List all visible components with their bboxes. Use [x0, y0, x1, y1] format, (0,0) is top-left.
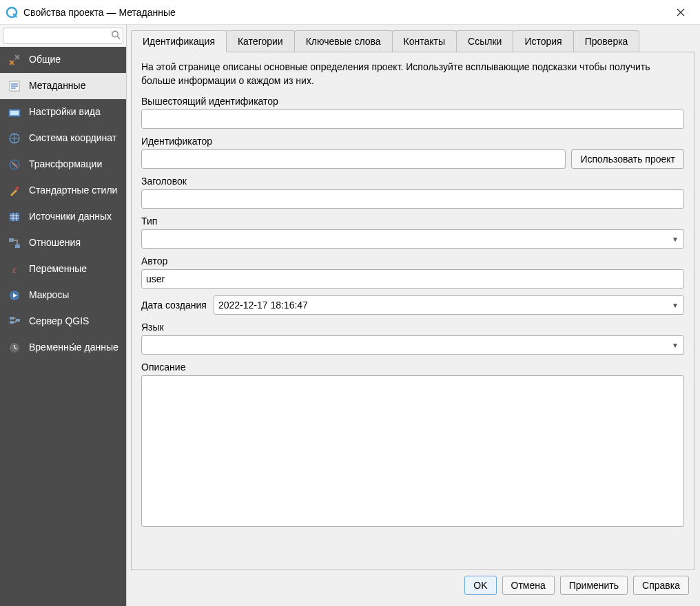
sidebar-item-temporal[interactable]: Временны́е данные	[0, 335, 126, 361]
sidebar-item-viewsettings[interactable]: Настройки вида	[0, 99, 126, 125]
sidebar-item-label: Временны́е данные	[29, 342, 119, 354]
identifier-input[interactable]	[141, 149, 566, 169]
sidebar-item-label: Общие	[29, 54, 119, 66]
window-title: Свойства проекта — Метаданные	[23, 7, 667, 18]
title-label: Заголовок	[141, 176, 684, 187]
general-icon	[7, 52, 22, 67]
tab[interactable]: Идентификация	[131, 30, 227, 52]
title-input[interactable]	[141, 189, 684, 209]
svg-point-1	[112, 31, 118, 36]
macros-icon	[7, 288, 22, 303]
crs-icon	[7, 131, 22, 146]
svg-rect-8	[10, 213, 19, 221]
parent-id-input[interactable]	[141, 109, 684, 129]
main-area: ИдентификацияКатегорииКлючевые словаКонт…	[126, 25, 700, 606]
dialog-footer: OK Отмена Применить Справка	[131, 570, 694, 600]
sidebar-item-label: Макросы	[29, 289, 119, 302]
author-label: Автор	[141, 255, 684, 267]
sidebar-item-label: Система координат	[29, 132, 119, 145]
tab-panel-identification: На этой странице описаны основные опреде…	[131, 52, 694, 570]
author-input[interactable]	[141, 269, 684, 289]
sidebar-item-label: Сервер QGIS	[29, 315, 119, 328]
server-icon	[7, 314, 22, 329]
apply-button[interactable]: Применить	[560, 576, 628, 595]
sidebar-item-variables[interactable]: εПеременные	[0, 256, 126, 282]
ok-button[interactable]: OK	[464, 576, 496, 595]
svg-rect-9	[9, 238, 14, 242]
cancel-button[interactable]: Отмена	[502, 576, 555, 595]
svg-rect-4	[10, 111, 19, 115]
sidebar-item-macros[interactable]: Макросы	[0, 282, 126, 309]
svg-rect-14	[10, 321, 14, 324]
relations-icon	[7, 236, 22, 251]
sidebar: ОбщиеМетаданныеНастройки видаСистема коо…	[0, 25, 126, 606]
tab[interactable]: Контакты	[392, 30, 457, 52]
sidebar-item-label: Настройки вида	[29, 106, 119, 118]
tab-bar: ИдентификацияКатегорииКлючевые словаКонт…	[131, 30, 694, 52]
svg-rect-7	[15, 186, 19, 190]
type-combo[interactable]	[141, 229, 684, 249]
sidebar-item-label: Отношения	[29, 237, 119, 249]
tab[interactable]: История	[513, 30, 573, 52]
sidebar-item-label: Источники данных	[29, 211, 119, 223]
help-button[interactable]: Справка	[633, 576, 689, 595]
styles-icon	[7, 183, 22, 198]
titlebar: Свойства проекта — Метаданные	[0, 0, 700, 25]
svg-rect-13	[10, 317, 14, 320]
svg-rect-15	[16, 319, 20, 322]
parent-id-label: Вышестоящий идентификатор	[141, 96, 684, 107]
use-project-button[interactable]: Использовать проект	[571, 149, 684, 169]
sidebar-item-label: Стандартные стили	[29, 185, 119, 197]
tab[interactable]: Проверка	[573, 30, 640, 52]
sidebar-item-relations[interactable]: Отношения	[0, 230, 126, 256]
sidebar-item-label: Метаданные	[29, 80, 119, 92]
tab[interactable]: Категории	[226, 30, 295, 52]
sidebar-item-datasources[interactable]: Источники данных	[0, 204, 126, 230]
description-label: Описание	[141, 362, 684, 373]
sidebar-item-server[interactable]: Сервер QGIS	[0, 309, 126, 335]
sidebar-item-transform[interactable]: Трансформации	[0, 152, 126, 178]
tab[interactable]: Ссылки	[456, 30, 513, 52]
close-icon[interactable]	[667, 0, 694, 25]
search-input[interactable]	[3, 28, 123, 44]
sidebar-item-crs[interactable]: Система координат	[0, 125, 126, 152]
language-label: Язык	[141, 322, 684, 333]
transform-icon	[7, 157, 22, 172]
intro-text: На этой странице описаны основные опреде…	[141, 61, 684, 87]
tab[interactable]: Ключевые слова	[294, 30, 393, 52]
created-label: Дата создания	[141, 300, 207, 311]
search-icon	[111, 30, 121, 42]
sidebar-item-general[interactable]: Общие	[0, 47, 126, 73]
metadata-icon	[7, 79, 22, 94]
svg-text:ε: ε	[12, 264, 17, 275]
sidebar-item-metadata[interactable]: Метаданные	[0, 73, 126, 99]
viewsettings-icon	[7, 105, 22, 120]
app-icon	[6, 6, 18, 19]
svg-rect-10	[15, 244, 20, 248]
type-label: Тип	[141, 216, 684, 227]
sidebar-item-label: Переменные	[29, 263, 119, 275]
description-textarea[interactable]	[141, 375, 684, 527]
temporal-icon	[7, 340, 22, 355]
language-combo[interactable]	[141, 335, 684, 355]
variables-icon: ε	[7, 262, 22, 277]
identifier-label: Идентификатор	[141, 136, 684, 147]
created-datetime[interactable]	[214, 295, 684, 315]
sidebar-item-styles[interactable]: Стандартные стили	[0, 178, 126, 204]
sidebar-item-label: Трансформации	[29, 158, 119, 171]
datasources-icon	[7, 209, 22, 224]
